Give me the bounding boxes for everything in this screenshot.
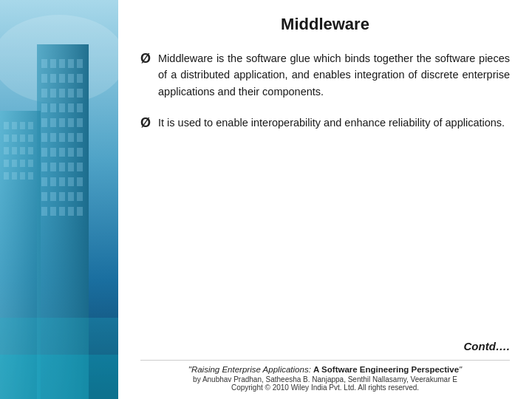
svg-rect-42 [77, 163, 83, 171]
svg-rect-8 [41, 74, 47, 83]
content-area: Ø Middleware is the software glue which … [140, 50, 510, 332]
svg-rect-75 [4, 172, 9, 180]
svg-rect-23 [41, 118, 47, 127]
svg-rect-15 [59, 89, 65, 98]
svg-rect-12 [77, 74, 83, 83]
svg-rect-7 [77, 59, 83, 68]
svg-rect-18 [41, 103, 47, 112]
footer-title: "Raising Enterprise Applications: A Soft… [140, 365, 510, 374]
svg-rect-54 [50, 207, 56, 216]
svg-rect-29 [50, 133, 56, 142]
bullet-text-1: Middleware is the software glue which bi… [158, 50, 510, 100]
svg-rect-73 [20, 160, 25, 167]
svg-rect-44 [50, 177, 56, 186]
contd-label: Contd…. [140, 340, 510, 352]
svg-rect-72 [12, 160, 17, 167]
svg-rect-53 [41, 207, 47, 216]
svg-rect-63 [4, 134, 9, 142]
svg-rect-22 [77, 103, 83, 112]
bullet-symbol-2: Ø [140, 115, 151, 131]
svg-rect-55 [59, 207, 65, 216]
svg-rect-6 [68, 59, 74, 68]
svg-rect-13 [41, 89, 47, 98]
bullet-symbol-1: Ø [140, 51, 151, 66]
svg-rect-24 [50, 118, 56, 127]
slide-content: Middleware Ø Middleware is the software … [118, 0, 532, 399]
svg-rect-33 [41, 148, 47, 157]
svg-rect-4 [50, 59, 56, 68]
svg-rect-74 [28, 160, 33, 167]
svg-rect-25 [59, 118, 65, 127]
svg-rect-68 [12, 147, 17, 154]
svg-rect-65 [20, 134, 25, 142]
svg-rect-19 [50, 103, 56, 112]
svg-rect-9 [50, 74, 56, 83]
svg-rect-21 [68, 103, 74, 112]
svg-rect-64 [12, 134, 17, 142]
svg-rect-30 [59, 133, 65, 142]
svg-rect-31 [68, 133, 74, 142]
bullet-item-1: Ø Middleware is the software glue which … [140, 50, 510, 100]
svg-rect-67 [4, 147, 9, 154]
svg-rect-14 [50, 89, 56, 98]
svg-rect-48 [41, 192, 47, 201]
svg-rect-62 [28, 122, 33, 129]
svg-rect-45 [59, 177, 65, 186]
footer-title-italic: "Raising Enterprise Applications: A Soft… [188, 365, 462, 374]
bullet-text-2: It is used to enable interoperability an… [158, 115, 505, 131]
svg-rect-16 [68, 89, 74, 98]
svg-rect-66 [28, 134, 33, 142]
svg-rect-69 [20, 147, 25, 154]
svg-rect-80 [0, 355, 118, 399]
svg-rect-17 [77, 89, 83, 98]
svg-rect-5 [59, 59, 65, 68]
svg-rect-52 [77, 192, 83, 201]
svg-rect-11 [68, 74, 74, 83]
svg-rect-50 [59, 192, 65, 201]
svg-rect-27 [77, 118, 83, 127]
svg-rect-39 [50, 163, 56, 171]
svg-rect-76 [12, 172, 17, 180]
svg-rect-26 [68, 118, 74, 127]
svg-rect-41 [68, 163, 74, 171]
svg-rect-60 [12, 122, 17, 129]
slide-title: Middleware [140, 15, 510, 34]
svg-rect-51 [68, 192, 74, 201]
svg-rect-35 [59, 148, 65, 157]
svg-rect-43 [41, 177, 47, 186]
svg-rect-70 [28, 147, 33, 154]
svg-rect-61 [20, 122, 25, 129]
footer-authors: by Anubhav Pradhan, Satheesha B. Nanjapp… [140, 375, 510, 383]
svg-rect-28 [41, 133, 47, 142]
footer: "Raising Enterprise Applications: A Soft… [140, 360, 510, 392]
left-decorative-panel [0, 0, 118, 399]
svg-rect-71 [4, 160, 9, 167]
svg-rect-3 [41, 59, 47, 68]
svg-rect-59 [4, 122, 9, 129]
svg-rect-56 [68, 207, 74, 216]
svg-rect-38 [41, 163, 47, 171]
footer-copyright: Copyright © 2010 Wiley India Pvt. Ltd. A… [140, 383, 510, 392]
svg-rect-78 [28, 172, 33, 180]
svg-rect-57 [77, 207, 83, 216]
svg-rect-77 [20, 172, 25, 180]
svg-rect-37 [77, 148, 83, 157]
footer-title-bold: A Software Engineering Perspective [313, 365, 459, 374]
svg-rect-47 [77, 177, 83, 186]
svg-rect-46 [68, 177, 74, 186]
bullet-item-2: Ø It is used to enable interoperability … [140, 115, 510, 131]
svg-rect-36 [68, 148, 74, 157]
svg-rect-40 [59, 163, 65, 171]
svg-rect-49 [50, 192, 56, 201]
svg-rect-34 [50, 148, 56, 157]
svg-rect-32 [77, 133, 83, 142]
svg-rect-10 [59, 74, 65, 83]
svg-rect-20 [59, 103, 65, 112]
